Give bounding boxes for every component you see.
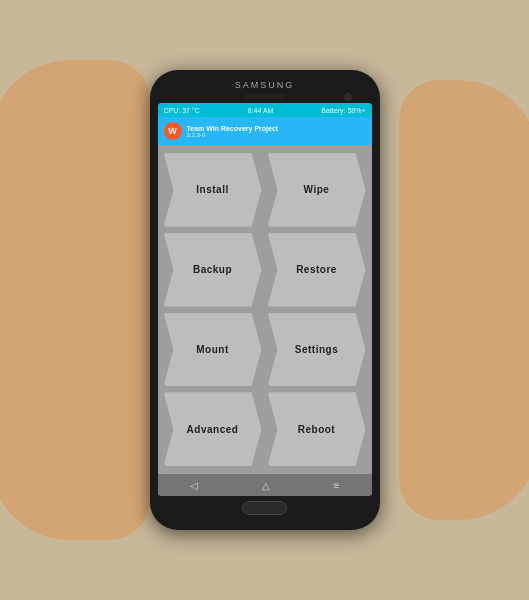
- home-hardware-button[interactable]: [242, 501, 287, 515]
- screen: CPU: 37 °C 8:44 AM Battery: 58%+ W Team …: [158, 103, 372, 496]
- restore-button[interactable]: Restore: [268, 233, 366, 307]
- time-status: 8:44 AM: [248, 107, 274, 114]
- mount-button[interactable]: Mount: [164, 313, 262, 387]
- brand-label: SAMSUNG: [235, 80, 295, 90]
- settings-button[interactable]: Settings: [268, 313, 366, 387]
- battery-status: Battery: 58%+: [321, 107, 365, 114]
- twrp-header: W Team Win Recovery Project 3.2.3-0: [158, 117, 372, 145]
- menu-button[interactable]: ≡: [334, 480, 340, 491]
- home-button[interactable]: △: [262, 480, 270, 491]
- top-bar: [158, 94, 372, 99]
- twrp-info: Team Win Recovery Project 3.2.3-0: [187, 125, 279, 138]
- twrp-version: 3.2.3-0: [187, 132, 279, 138]
- twrp-title: Team Win Recovery Project: [187, 125, 279, 132]
- nav-bar: ◁ △ ≡: [158, 474, 372, 496]
- home-button-area: [158, 496, 372, 520]
- wipe-button[interactable]: Wipe: [268, 153, 366, 227]
- phone-shell: SAMSUNG CPU: 37 °C 8:44 AM Battery: 58%+…: [150, 70, 380, 530]
- backup-button[interactable]: Backup: [164, 233, 262, 307]
- right-hand: [399, 80, 529, 520]
- speaker: [245, 94, 285, 99]
- twrp-icon: W: [164, 122, 182, 140]
- buttons-grid: InstallWipeBackupRestoreMountSettingsAdv…: [158, 145, 372, 474]
- reboot-button[interactable]: Reboot: [268, 392, 366, 466]
- back-button[interactable]: ◁: [190, 480, 198, 491]
- install-button[interactable]: Install: [164, 153, 262, 227]
- advanced-button[interactable]: Advanced: [164, 392, 262, 466]
- left-hand: [0, 60, 150, 540]
- status-bar: CPU: 37 °C 8:44 AM Battery: 58%+: [158, 103, 372, 117]
- cpu-status: CPU: 37 °C: [164, 107, 200, 114]
- front-camera: [344, 93, 352, 101]
